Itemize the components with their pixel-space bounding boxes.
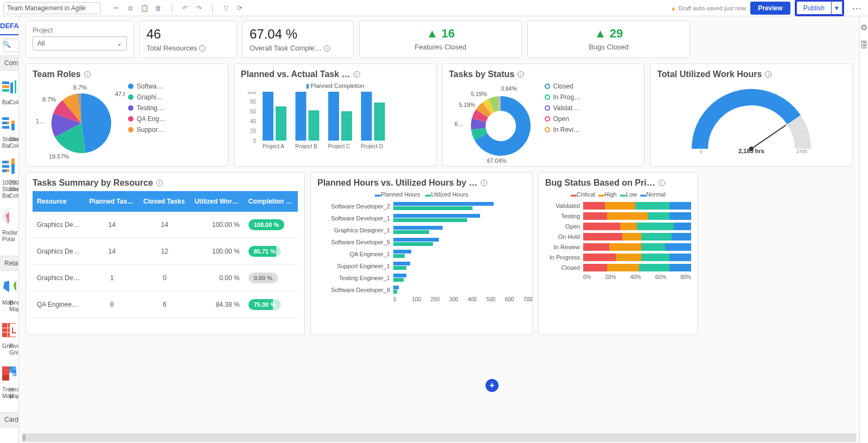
- svg-text:0: 0: [253, 138, 256, 144]
- svg-rect-50: [9, 366, 12, 370]
- more-actions-icon[interactable]: ⋯: [848, 2, 865, 14]
- filter-icon[interactable]: ▽: [221, 4, 230, 12]
- delete-icon[interactable]: 🗑: [154, 4, 163, 12]
- svg-rect-10: [2, 122, 7, 124]
- svg-rect-77: [328, 92, 339, 141]
- add-widget-fab[interactable]: +: [486, 379, 499, 392]
- widget-tree-map[interactable]: Tree Map: [2, 363, 9, 399]
- tab-default[interactable]: DEFAULT: [0, 16, 19, 35]
- svg-line-88: [751, 125, 786, 149]
- widget-bing-maps[interactable]: Bing Maps: [9, 276, 16, 312]
- svg-text:19.57%: 19.57%: [49, 153, 69, 160]
- svg-rect-13: [2, 126, 9, 129]
- svg-rect-57: [12, 373, 16, 376]
- info-icon[interactable]: i: [659, 180, 665, 186]
- svg-text:3.84%: 3.84%: [501, 85, 517, 92]
- svg-rect-49: [2, 375, 9, 381]
- svg-rect-81: [374, 103, 385, 141]
- tasks-status-donut-chart: 67.04%5.19%5.19%3.84%6…: [449, 83, 541, 164]
- settings-gear-icon[interactable]: ⚙: [860, 23, 867, 33]
- svg-text:5.19%: 5.19%: [459, 102, 475, 108]
- widget-100-stacked-column[interactable]: 100% Stacked Column: [9, 156, 16, 199]
- info-icon[interactable]: i: [481, 180, 487, 186]
- widget-100-stacked-bar[interactable]: 100% Stacked Bar: [2, 156, 9, 199]
- publish-dropdown-button[interactable]: ▾: [831, 1, 843, 15]
- info-icon[interactable]: i: [199, 45, 206, 52]
- undo-icon[interactable]: ↶: [181, 4, 189, 12]
- widget-stacked-column[interactable]: Stacked Column: [9, 113, 16, 149]
- info-icon[interactable]: i: [324, 45, 330, 52]
- widget-radar-polar[interactable]: Radar Polar: [2, 206, 9, 242]
- svg-rect-55: [16, 370, 16, 373]
- info-icon[interactable]: i: [84, 71, 91, 78]
- team-roles-card: Team Rolesi 47.83%8.7%8.7%1…19.57% Softw…: [25, 64, 228, 167]
- right-rail: ⚙ 🗄: [859, 16, 868, 443]
- svg-rect-32: [11, 164, 15, 174]
- work-hours-card: Total Utilized Work Hoursi 0 2700 2,185 …: [650, 64, 853, 167]
- svg-rect-75: [308, 110, 319, 141]
- svg-text:1…: 1…: [36, 118, 45, 124]
- svg-rect-53: [9, 370, 12, 373]
- svg-rect-80: [361, 92, 372, 141]
- svg-rect-52: [16, 366, 16, 370]
- refresh-icon[interactable]: ⟳: [235, 4, 244, 12]
- svg-rect-71: [263, 92, 273, 141]
- table-row[interactable]: Graphics De…100.00 %0.00 %: [33, 265, 298, 292]
- svg-rect-7: [2, 117, 9, 120]
- team-roles-pie-chart: 47.83%8.7%8.7%1…19.57%: [33, 83, 125, 164]
- redo-icon[interactable]: ↷: [195, 4, 203, 12]
- table-row[interactable]: Graphics De…1414100.00 %100.00 %: [33, 212, 298, 238]
- svg-text:20: 20: [250, 128, 257, 134]
- kpi-total-resources: 46 Total Resources i: [139, 21, 237, 58]
- table-row[interactable]: QA Enginee…8684.38 %75.00 %: [33, 292, 298, 318]
- tasks-summary-table-card: Tasks Summary by Resourcei ResourcePlann…: [25, 172, 305, 335]
- project-filter-select[interactable]: All⌄: [33, 36, 127, 50]
- svg-rect-40: [2, 323, 9, 337]
- planned-utilized-chart: Software Developer_2 Software Developer_…: [317, 201, 526, 295]
- widget-heat-map[interactable]: Heat Map: [9, 363, 16, 399]
- paste-icon[interactable]: 📋: [140, 4, 149, 12]
- category-card-header[interactable]: Card−: [0, 412, 18, 427]
- info-icon[interactable]: i: [765, 71, 771, 78]
- svg-text:0: 0: [700, 149, 703, 154]
- info-icon[interactable]: i: [518, 71, 524, 78]
- planned-actual-bar-chart: 020406080100Project AProject BProject CP…: [243, 92, 395, 157]
- info-icon[interactable]: i: [156, 180, 163, 186]
- triangle-up-icon: ▲: [595, 27, 607, 41]
- publish-button[interactable]: Publish: [796, 1, 831, 15]
- cut-icon[interactable]: ✂: [112, 4, 120, 12]
- widget-pivot-grid[interactable]: Pivot Grid: [9, 320, 16, 356]
- team-roles-legend: Softwa…Graphi…Testing…QA Eng…Suppor…: [128, 83, 221, 153]
- svg-text:Project B: Project B: [295, 143, 317, 149]
- toolbar-icon-group: ✂ ⧉ 📋 🗑 ↶ ↷ ▽ ⟳: [112, 3, 244, 13]
- planned-actual-card: Planned vs. Actual Task …i ▮ Planned Com…: [234, 64, 437, 167]
- category-relationship-header[interactable]: Relationship−: [0, 256, 18, 271]
- bug-status-card: Bug Status Based on Pri…i ▬Critical ▬Hig…: [538, 172, 698, 335]
- preview-button[interactable]: Preview: [750, 2, 790, 15]
- info-icon[interactable]: i: [354, 71, 360, 78]
- svg-rect-25: [2, 165, 9, 168]
- widget-grid[interactable]: Grid: [2, 320, 9, 356]
- svg-rect-4: [15, 80, 16, 93]
- widget-palette-panel: DEFAULT EXISTING 🔍 Comparison− Bar Colum…: [0, 16, 19, 443]
- search-icon[interactable]: 🔍: [3, 41, 11, 48]
- svg-text:60: 60: [250, 109, 257, 115]
- table-row[interactable]: Graphics De…1412100.00 %85.71 %: [33, 238, 298, 265]
- category-comparison-header[interactable]: Comparison−: [0, 55, 18, 71]
- widget-bar[interactable]: Bar: [2, 76, 9, 105]
- database-icon[interactable]: 🗄: [860, 40, 868, 49]
- svg-text:6…: 6…: [455, 121, 463, 127]
- svg-rect-1: [2, 85, 9, 88]
- svg-rect-31: [11, 159, 15, 164]
- svg-rect-58: [16, 373, 16, 376]
- widget-stacked-bar[interactable]: Stacked Bar: [2, 113, 9, 149]
- horizontal-scrollbar[interactable]: [22, 433, 856, 442]
- widget-column[interactable]: Column: [9, 76, 16, 105]
- doc-title-input[interactable]: [3, 2, 101, 14]
- svg-marker-38: [5, 210, 9, 223]
- copy-icon[interactable]: ⧉: [126, 4, 135, 12]
- svg-rect-74: [295, 92, 306, 141]
- work-hours-gauge: 0 2700 2,185 hrs: [689, 89, 814, 154]
- widget-map[interactable]: Map: [2, 276, 9, 312]
- svg-rect-78: [341, 111, 352, 141]
